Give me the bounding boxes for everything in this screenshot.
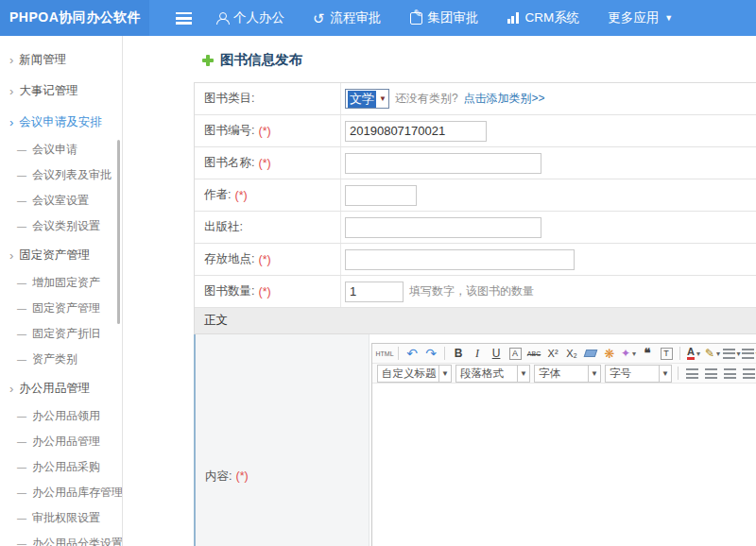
field-label-cell: 图书编号:(*) <box>195 115 341 146</box>
sidebar-item[interactable]: —固定资产折旧 <box>0 321 122 347</box>
sidebar-item[interactable]: ›办公用品管理 <box>0 372 122 403</box>
page-title: 图书信息发布 <box>202 51 756 69</box>
sidebar-item-label: 增加固定资产 <box>32 275 100 291</box>
hamburger-menu-icon[interactable] <box>176 12 192 25</box>
subscript-button[interactable]: X₂ <box>563 345 581 362</box>
caret-down-icon: ▾ <box>696 350 700 358</box>
sidebar-item[interactable]: —固定资产管理 <box>0 296 122 321</box>
sidebar-item[interactable]: —办公用品管理 <box>0 429 122 454</box>
add-category-link[interactable]: 点击添加类别>> <box>464 91 545 107</box>
field-value-cell <box>341 244 756 275</box>
undo-button[interactable]: ↶ <box>404 345 421 362</box>
category-select-value: 文学 <box>348 91 376 108</box>
align-right-button[interactable] <box>721 365 739 382</box>
field-input[interactable] <box>345 121 487 142</box>
sidebar-item[interactable]: —办公用品领用 <box>0 403 122 429</box>
highlight-color-button[interactable]: ✎▾ <box>704 345 722 362</box>
superscript-button[interactable]: X² <box>544 345 562 362</box>
nav-personal-office[interactable]: 个人办公 <box>216 9 284 26</box>
sidebar-item[interactable]: —增加固定资产 <box>0 270 122 296</box>
sidebar-item-label: 办公用品管理 <box>32 434 100 450</box>
italic-button[interactable]: I <box>469 345 487 362</box>
field-input[interactable] <box>345 282 404 302</box>
edit-icon <box>410 12 422 25</box>
toolbar-separator <box>678 367 679 380</box>
custom-title-select[interactable]: 自定义标题▼ <box>377 365 452 383</box>
dash-icon: — <box>17 196 26 206</box>
unordered-list-button[interactable]: ▾ <box>742 345 756 362</box>
bold-button-icon: B <box>455 347 463 360</box>
ordered-list-button[interactable]: ▾ <box>723 345 741 362</box>
redo-button[interactable]: ↷ <box>422 345 440 362</box>
topbar: PHPOA协同办公软件 个人办公 ↺ 流程审批 集团审批 CRM系统 更多应用 … <box>0 0 756 36</box>
toolbar-separator <box>679 347 680 360</box>
eraser-button[interactable] <box>582 345 600 362</box>
dash-icon: — <box>17 278 26 288</box>
sidebar-item[interactable]: —会议类别设置 <box>0 213 122 239</box>
source-code-button[interactable]: HTML <box>376 345 394 362</box>
sidebar-item-label: 会议列表及审批 <box>32 167 112 183</box>
nav-process-approval[interactable]: ↺ 流程审批 <box>313 9 382 26</box>
field-input[interactable] <box>345 217 541 238</box>
sidebar-item[interactable]: —办公用品分类设置 <box>0 531 122 546</box>
eraser-button-icon <box>584 350 598 357</box>
align-left-button[interactable] <box>683 365 701 382</box>
font-size-select[interactable]: 字号▼ <box>605 365 672 383</box>
underline-button[interactable]: U <box>488 345 506 362</box>
caret-down-icon: ▼ <box>379 94 387 103</box>
bold-button[interactable]: B <box>450 345 468 362</box>
ordered-list-button-icon <box>723 349 735 359</box>
font-color-button[interactable]: A▾ <box>685 345 703 362</box>
chevron-right-icon: › <box>9 384 13 394</box>
sidebar-item[interactable]: —会议室设置 <box>0 188 122 213</box>
field-label-cell: 图书类目: <box>195 83 341 114</box>
field-input[interactable] <box>345 185 417 206</box>
sidebar-item-label: 固定资产管理 <box>19 247 90 264</box>
font-family-select[interactable]: 字体▼ <box>534 365 601 383</box>
plus-icon <box>202 55 214 66</box>
sidebar-item[interactable]: ›固定资产管理 <box>0 239 122 270</box>
align-left-button-icon <box>686 368 698 379</box>
blockquote-button[interactable]: ❝ <box>639 345 657 362</box>
sidebar-item-label: 大事记管理 <box>19 83 78 99</box>
align-center-button[interactable] <box>702 365 720 382</box>
autotypeset-button[interactable]: ✦▾ <box>620 345 638 362</box>
nav-group-approval[interactable]: 集团审批 <box>410 9 479 26</box>
chevron-right-icon: › <box>9 87 13 96</box>
paragraph-format-select-label: 段落格式 <box>456 367 517 381</box>
required-mark: (*) <box>234 189 247 202</box>
dash-icon: — <box>17 354 26 365</box>
paragraph-format-select[interactable]: 段落格式▼ <box>455 365 530 383</box>
sidebar-item[interactable]: —办公用品采购 <box>0 454 122 480</box>
border-text-button-icon: A <box>509 348 522 360</box>
sidebar-item[interactable]: ›会议申请及安排 <box>0 106 122 137</box>
sidebar-item-label: 办公用品分类设置 <box>32 536 123 546</box>
app-logo: PHPOA协同办公软件 <box>0 0 149 36</box>
align-justify-button[interactable] <box>740 365 756 382</box>
chevron-right-icon: › <box>9 251 13 261</box>
sidebar-item[interactable]: ›大事记管理 <box>0 75 122 106</box>
nav-more-apps[interactable]: 更多应用 ▼ <box>608 9 673 26</box>
border-text-button[interactable]: A <box>507 345 524 362</box>
editor-content-area[interactable] <box>372 384 756 546</box>
category-select[interactable]: 文学▼ <box>345 89 389 109</box>
sidebar-item[interactable]: —审批权限设置 <box>0 505 122 531</box>
sidebar-item[interactable]: —办公用品库存管理 <box>0 480 122 505</box>
paste-text-button[interactable]: T <box>658 345 676 362</box>
field-value-cell: 填写数字，该图书的数量 <box>341 276 756 307</box>
sidebar-item[interactable]: —会议列表及审批 <box>0 162 122 188</box>
nav-crm-system[interactable]: CRM系统 <box>507 9 580 26</box>
sidebar-item-label: 会议申请及安排 <box>19 114 102 130</box>
sidebar-item[interactable]: ›新闻管理 <box>0 43 122 75</box>
sidebar-item[interactable]: —会议申请 <box>0 137 122 162</box>
dash-icon: — <box>17 303 26 314</box>
sidebar-scrollbar[interactable] <box>117 140 120 324</box>
sidebar-item[interactable]: —资产类别 <box>0 347 122 372</box>
field-input[interactable] <box>345 153 541 174</box>
form-row: 图书类目:文学▼还没有类别?点击添加类别>> <box>195 83 756 115</box>
field-input[interactable] <box>345 249 575 270</box>
body-section-header: 正文 <box>195 308 756 334</box>
strikethrough-button[interactable]: ABC <box>525 345 543 362</box>
sidebar-item-label: 固定资产管理 <box>32 300 100 316</box>
format-brush-button[interactable]: ❋ <box>601 345 619 362</box>
